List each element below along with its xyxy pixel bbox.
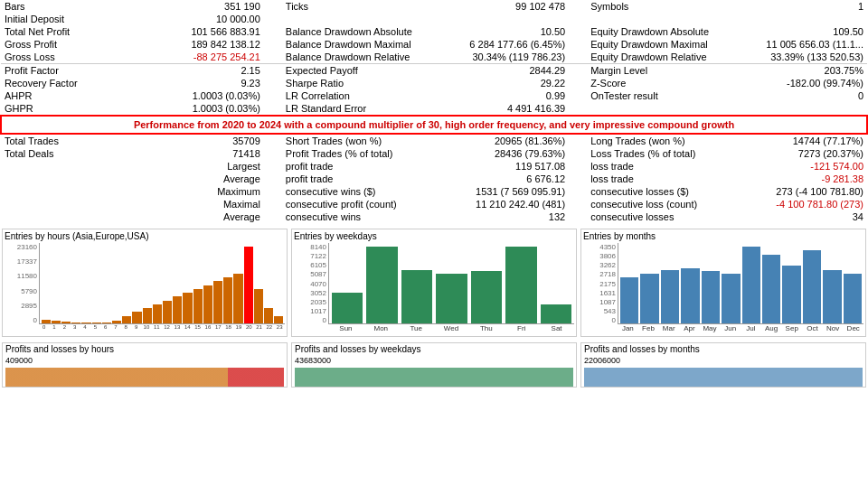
table-row: GHPR 1.0003 (0.03%) LR Standard Error 4 … xyxy=(1,102,867,116)
x-label: Nov xyxy=(823,324,844,332)
weekdays-x-labels: SunMonTueWedThuFriSat xyxy=(328,324,574,332)
total-trades-label: Total Trades xyxy=(1,134,155,147)
x-label: 1 xyxy=(49,324,59,330)
balance-drawdown-rel-label: Balance Drawdown Relative xyxy=(282,51,444,64)
initial-deposit-value: 10 000.00 xyxy=(155,13,264,25)
weekdays-chart-title: Entries by weekdays xyxy=(294,231,574,241)
total-net-profit-label: Total Net Profit xyxy=(1,25,155,38)
bar xyxy=(153,304,162,323)
largest-label: Largest xyxy=(155,160,264,173)
bottom-hours-chart: Profits and losses by hours 409000 xyxy=(2,342,288,388)
x-label: Tue xyxy=(399,324,434,332)
max-consec-losses-value: 273 (-4 100 781.80) xyxy=(741,185,867,198)
short-trades-value: 20965 (81.36%) xyxy=(444,134,569,147)
bottom-charts-row: Profits and losses by hours 409000 Profi… xyxy=(0,341,868,389)
ghpr-value: 1.0003 (0.03%) xyxy=(155,102,264,116)
weekdays-bars-area xyxy=(328,243,574,324)
maximal-consec-profit-label: consecutive profit (count) xyxy=(282,198,444,210)
margin-level-label: Margin Level xyxy=(587,64,741,78)
ghpr-label: GHPR xyxy=(1,102,155,116)
recovery-factor-value: 9.23 xyxy=(155,77,264,89)
bottom-weekdays-value: 43683000 xyxy=(292,355,576,366)
equity-drawdown-max-label: Equity Drawdown Maximal xyxy=(587,38,741,51)
max-consec-wins-value: 1531 (7 569 095.91) xyxy=(444,185,569,198)
highlight-row: Performance from 2020 to 2024 with a com… xyxy=(1,116,867,134)
x-label: 18 xyxy=(223,324,233,330)
months-y-axis: 4350 3806 3262 2718 2175 1631 1087 543 0 xyxy=(583,243,618,324)
profit-trades-label: Profit Trades (% of total) xyxy=(282,147,444,160)
profit-trades-value: 28436 (79.63%) xyxy=(444,147,569,160)
hours-y-axis: 23160 17337 11580 5790 2895 0 xyxy=(5,243,39,324)
x-label: 11 xyxy=(152,324,162,330)
bar xyxy=(844,274,862,323)
table-row: Average consecutive wins 132 consecutive… xyxy=(1,210,867,223)
avg-loss-label: loss trade xyxy=(587,173,741,185)
x-label: 12 xyxy=(162,324,172,330)
x-label: 14 xyxy=(183,324,193,330)
symbols-label: Symbols xyxy=(587,0,741,13)
ahpr-label: AHPR xyxy=(1,89,155,102)
bar xyxy=(102,322,111,323)
months-x-labels: JanFebMarAprMayJunJulAugSepOctNovDec xyxy=(618,324,863,332)
table-row: Gross Loss -88 275 254.21 Balance Drawdo… xyxy=(1,51,867,64)
largest-loss-value: -121 574.00 xyxy=(741,160,867,173)
sharpe-ratio-label: Sharpe Ratio xyxy=(282,77,444,89)
x-label: 20 xyxy=(244,324,254,330)
ahpr-value: 1.0003 (0.03%) xyxy=(155,89,264,102)
bar xyxy=(803,250,821,323)
symbols-value: 1 xyxy=(741,0,867,13)
bar xyxy=(681,268,699,323)
bar xyxy=(742,247,760,323)
x-label: Sat xyxy=(539,324,574,332)
bar xyxy=(254,289,263,323)
x-label: 13 xyxy=(172,324,182,330)
bar xyxy=(620,277,638,323)
bottom-months-title: Profits and losses by months xyxy=(581,343,865,355)
equity-drawdown-abs-label: Equity Drawdown Absolute xyxy=(587,25,741,38)
bar xyxy=(702,271,720,323)
balance-drawdown-abs-label: Balance Drawdown Absolute xyxy=(282,25,444,38)
gross-loss-value: -88 275 254.21 xyxy=(155,51,264,64)
x-label: 3 xyxy=(70,324,80,330)
avg-consec-losses-value: 34 xyxy=(741,210,867,223)
ticks-label: Ticks xyxy=(282,0,444,13)
bar xyxy=(183,293,192,323)
maximal-consec-profit-value: 11 210 242.40 (481) xyxy=(444,198,569,210)
total-deals-value: 71418 xyxy=(155,147,264,160)
bar xyxy=(81,322,90,323)
x-label: Sun xyxy=(328,324,363,332)
bar xyxy=(92,322,101,323)
x-label: Aug xyxy=(761,324,782,332)
bottom-weekdays-chart: Profits and losses by weekdays 43683000 xyxy=(291,342,577,388)
lr-correlation-value: 0.99 xyxy=(444,89,569,102)
bar xyxy=(244,247,253,323)
profit-factor-value: 2.15 xyxy=(155,64,264,78)
x-label: 7 xyxy=(110,324,120,330)
avg-consec-losses-label: consecutive losses xyxy=(587,210,741,223)
maximal-label: Maximal xyxy=(155,198,264,210)
bottom-weekdays-title: Profits and losses by weekdays xyxy=(292,343,576,355)
sharpe-ratio-value: 29.22 xyxy=(444,77,569,89)
short-trades-label: Short Trades (won %) xyxy=(282,134,444,147)
x-label: 9 xyxy=(131,324,141,330)
bar xyxy=(42,320,51,323)
x-label: Jun xyxy=(720,324,741,332)
equity-drawdown-rel-value: 33.39% (133 520.53) xyxy=(741,51,867,64)
bottom-hours-bar xyxy=(5,368,284,388)
lr-std-error-value: 4 491 416.39 xyxy=(444,102,569,116)
x-label: Fri xyxy=(504,324,539,332)
x-label: 21 xyxy=(254,324,264,330)
bar xyxy=(203,285,212,324)
x-label: Thu xyxy=(468,324,504,332)
x-label: Jan xyxy=(618,324,638,332)
bar xyxy=(762,255,780,324)
expected-payoff-value: 2844.29 xyxy=(444,64,569,78)
x-label: 16 xyxy=(203,324,212,330)
x-label: 22 xyxy=(264,324,274,330)
loss-trades-label: Loss Trades (% of total) xyxy=(587,147,741,160)
gross-profit-value: 189 842 138.12 xyxy=(155,38,264,51)
table-row: Bars 351 190 Ticks 99 102 478 Symbols 1 xyxy=(1,0,867,13)
long-trades-value: 14744 (77.17%) xyxy=(741,134,867,147)
months-chart-title: Entries by months xyxy=(583,231,863,241)
months-chart-inner: 4350 3806 3262 2718 2175 1631 1087 543 0 xyxy=(583,243,863,324)
